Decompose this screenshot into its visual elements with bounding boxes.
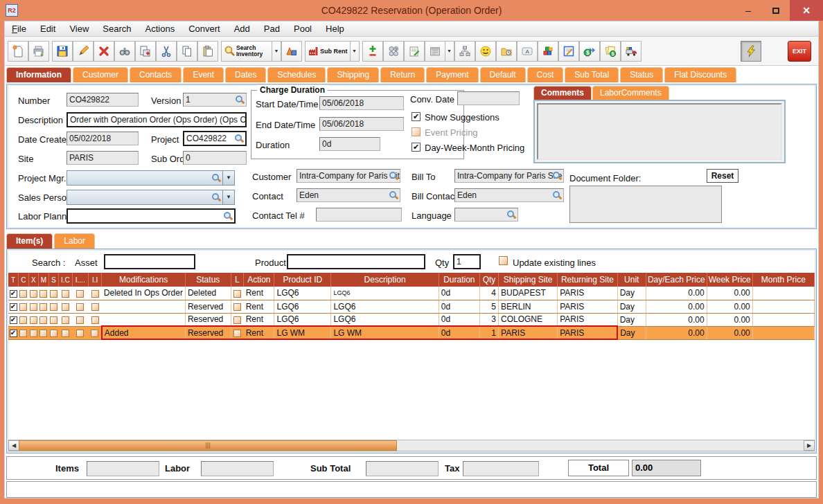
bill-to-field[interactable]: Intra-Company for Paris Site [454,169,564,183]
checkbox-icon[interactable] [50,330,57,337]
cell-day_each_price[interactable]: 0.00 [646,313,707,326]
menu-actions[interactable]: Actions [145,24,175,34]
tab-payment[interactable]: Payment [426,67,478,82]
tab-cost[interactable]: Cost [527,67,564,82]
menu-add[interactable]: Add [234,24,250,34]
quick-invoice-button[interactable]: $ [579,41,600,62]
checkbox-icon[interactable] [39,290,47,298]
sub-rent-button[interactable]: Sub Rent [305,41,351,62]
number-field[interactable]: CO429822 [67,93,139,107]
paste-button[interactable] [197,41,218,62]
copy-button[interactable] [177,41,197,62]
duration-field[interactable]: 0d [319,137,380,151]
cut-button[interactable] [156,41,177,62]
column-header-day_each_price[interactable]: Day/Each Price [646,273,707,287]
cell-action[interactable]: Rent [244,300,274,313]
checkbox-icon[interactable] [50,303,57,311]
save-button[interactable] [52,41,73,62]
row-checkbox-cell[interactable] [59,313,72,326]
cell-returning_site[interactable]: PARIS [558,313,617,326]
checkbox-icon[interactable] [233,303,241,311]
checkbox-icon[interactable] [233,290,241,298]
invoice-notes-button[interactable]: $ [600,41,621,62]
column-header-unit[interactable]: Unit [617,273,646,287]
menu-view[interactable]: View [69,24,89,34]
column-header-month_price[interactable]: Month Price [752,273,814,287]
bill-contact-search-icon[interactable] [552,190,562,200]
row-checkbox-cell[interactable] [39,300,49,313]
row-checkbox-cell[interactable] [59,287,72,300]
cell-status[interactable]: Deleted [185,287,231,300]
product-input[interactable] [287,254,425,269]
cell-unit[interactable]: Day [617,287,646,300]
cell-description[interactable]: LG WM [331,326,439,339]
column-header-modifications[interactable]: Modifications [102,273,186,287]
tab-flat-discounts[interactable]: Flat Discounts [664,67,736,82]
checkbox-icon[interactable] [50,290,57,298]
table-row[interactable]: ReservedRentLGQ6LGQ60d3COLOGNEPARISDay0.… [8,313,815,326]
row-checkbox-cell[interactable] [48,326,59,339]
cell-action[interactable]: Rent [244,287,274,300]
tab-labor-comments[interactable]: LaborComments [592,86,669,100]
row-checkbox-cell[interactable] [39,313,49,326]
cell-modifications[interactable] [102,300,186,313]
checkbox-icon[interactable] [91,330,98,337]
folder-history-button[interactable] [496,41,517,62]
tab-dates[interactable]: Dates [225,67,266,82]
edit-button[interactable] [73,41,94,62]
tab-labor[interactable]: Labor [54,233,95,249]
tab-items[interactable]: Item(s) [6,233,53,249]
column-header-I.C[interactable]: I.C [59,273,72,287]
show-suggestions-checkbox[interactable]: ✔ [412,112,421,121]
edit-note-button[interactable] [558,41,579,62]
row-checkbox-cell[interactable] [59,326,72,339]
cell-duration[interactable]: 0d [439,287,479,300]
cell-week_price[interactable]: 0.00 [707,313,752,326]
checkbox-icon[interactable] [91,290,99,298]
scroll-right-button[interactable]: ▶ [804,440,815,451]
cell-month_price[interactable] [752,326,814,339]
cell-status[interactable]: Reserved [185,313,231,326]
checkbox-icon[interactable] [39,316,47,324]
checkbox-icon[interactable] [39,303,47,311]
cell-day_each_price[interactable]: 0.00 [646,287,707,300]
checkbox-icon[interactable] [19,330,27,337]
row-checkbox-cell[interactable] [8,287,19,300]
customer-search-icon[interactable] [389,171,398,181]
cell-unit[interactable]: Day [617,313,646,326]
labor-planner-search-icon[interactable] [223,211,233,221]
cell-returning_site[interactable]: PARIS [558,287,617,300]
checkbox-icon[interactable] [39,330,47,337]
blocks-button[interactable] [538,41,558,62]
cell-month_price[interactable] [752,287,814,300]
cell-description[interactable]: LGQ6 [331,287,439,300]
cell-status[interactable]: Reserved [185,300,231,313]
version-search-icon[interactable] [235,95,245,105]
row-checkbox-cell[interactable] [28,287,39,300]
cell-description[interactable]: LGQ6 [331,300,439,313]
row-checkbox-cell[interactable] [48,287,59,300]
cell-duration[interactable]: 0d [439,300,479,313]
project-mgr-combo[interactable]: ▼ [67,170,223,186]
checkbox-checked-icon[interactable] [10,303,17,311]
flash-button[interactable] [741,41,761,62]
document-folder-box[interactable] [569,186,722,223]
cell-l[interactable] [231,287,244,300]
checkbox-icon[interactable] [62,316,69,324]
contact-tel-field[interactable] [316,208,402,222]
row-checkbox-cell[interactable] [19,300,29,313]
menu-pool[interactable]: Pool [294,24,312,34]
row-checkbox-cell[interactable] [72,300,88,313]
row-checkbox-cell[interactable] [59,300,72,313]
tab-schedules[interactable]: Schedules [267,67,326,82]
add-remove-button[interactable] [362,41,383,62]
qty-input[interactable]: 1 [453,254,481,269]
project-mgr-dropdown[interactable]: ▼ [222,170,235,186]
sub-orders-field[interactable]: 0 [183,151,247,165]
new-document-button[interactable] [8,41,28,62]
cell-qty[interactable]: 4 [480,287,499,300]
cell-month_price[interactable] [752,313,814,326]
column-header-returning_site[interactable]: Returning Site [558,273,617,287]
checkbox-icon[interactable] [91,316,99,324]
row-checkbox-cell[interactable] [28,313,39,326]
